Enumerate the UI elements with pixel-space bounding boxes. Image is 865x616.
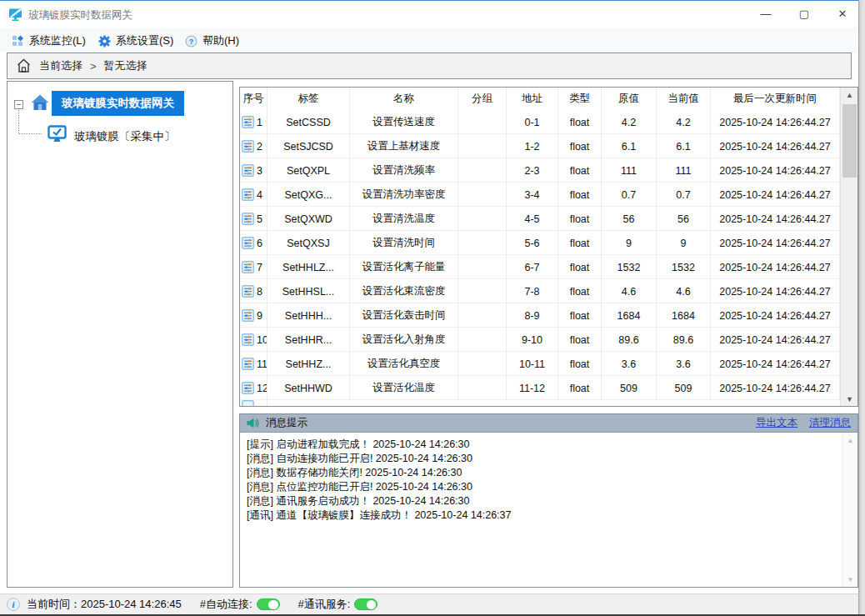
table-header-cell[interactable]: 原值 (602, 88, 657, 110)
scroll-up-icon[interactable]: ▲ (841, 88, 858, 102)
info-icon: i (7, 598, 20, 611)
cell-address: 6-7 (507, 255, 558, 279)
table-header-cell[interactable]: 分组 (458, 88, 507, 110)
cell-type: float (558, 255, 602, 279)
message-panel-title: 消息提示 (266, 416, 308, 430)
cell-tag: SetQXSJ (268, 231, 350, 255)
cell-seq: 5 (240, 207, 268, 231)
comm-service-toggle[interactable] (354, 598, 378, 610)
tree-expander-icon[interactable]: – (14, 100, 23, 109)
table-row[interactable]: 2 SetSJCSD 设置上基材速度 1-2 float 6.1 6.1 202… (240, 134, 840, 158)
cell-current-value: 4.2 (657, 110, 711, 134)
table-row[interactable]: 10 SetHHR... 设置活化入射角度 9-10 float 89.6 89… (240, 328, 840, 352)
cell-no: 5 (257, 213, 262, 225)
menu-item-system-monitor[interactable]: 系统监控(L) (7, 32, 91, 50)
cell-name: 设置上基材速度 (350, 134, 458, 158)
cell-original-value: 111 (602, 158, 657, 183)
sliders-icon (242, 188, 254, 201)
cell-name: 设置活化轰击时间 (350, 303, 458, 328)
sliders-icon (242, 382, 254, 394)
sliders-icon (242, 285, 254, 298)
cell-no: 9 (257, 310, 262, 322)
cell-no: 11 (257, 358, 268, 370)
cell-last-update: 2025-10-24 14:26:44.27 (711, 134, 840, 158)
cell-tag: SetHHWD (268, 376, 350, 400)
home-outline-icon (16, 58, 32, 73)
table-scrollbar[interactable]: ▲ ▼ (840, 88, 858, 406)
table-header-cell[interactable]: 当前值 (657, 88, 711, 110)
scroll-down-icon[interactable]: ▼ (841, 392, 858, 406)
cell-last-update: 2025-10-24 14:26:44.27 (711, 352, 840, 376)
cell-group (458, 352, 507, 376)
table-row[interactable]: 7 SetHHLZ... 设置活化离子能量 6-7 float 1532 153… (240, 255, 840, 279)
cell-current-value: 1532 (657, 255, 711, 279)
table-row[interactable]: 4 SetQXG... 设置清洗功率密度 3-4 float 0.7 0.7 2… (240, 183, 840, 207)
sliders-icon (242, 358, 254, 370)
tree-connector (18, 110, 42, 134)
clear-messages-link[interactable]: 清理消息 (809, 416, 851, 430)
table-row[interactable]: 5 SetQXWD 设置清洗温度 4-5 float 56 56 2025-10… (240, 207, 840, 231)
table-row[interactable]: 9 SetHHH... 设置活化轰击时间 8-9 float 1684 1684… (240, 303, 840, 328)
cell-type: float (558, 376, 602, 400)
export-text-link[interactable]: 导出文本 (756, 416, 798, 430)
message-line: [消息] 通讯服务启动成功！ 2025-10-24 14:26:30 (247, 494, 835, 508)
cell-original-value: 9 (602, 231, 657, 255)
cell-original-value: 509 (602, 376, 657, 400)
cell-name: 设置活化离子能量 (350, 255, 458, 279)
cell-no: 6 (257, 238, 262, 249)
home-icon (31, 93, 49, 112)
table-row[interactable]: 11 SetHHZ... 设置活化真空度 10-11 float 3.6 3.6… (240, 352, 840, 376)
cell-no: 7 (257, 262, 262, 273)
message-scrollbar[interactable]: ▲ ▼ (842, 433, 858, 587)
table-header-cell[interactable]: 地址 (507, 88, 558, 110)
table-row[interactable]: 8 SetHHSL... 设置活化束流密度 7-8 float 4.6 4.6 … (240, 279, 840, 303)
sliders-icon (242, 309, 254, 322)
table-body: 1 SetCSSD 设置传送速度 0-1 float 4.2 4.2 2025-… (240, 110, 840, 406)
table-header-cell[interactable]: 类型 (558, 88, 602, 110)
cell-type: float (558, 183, 602, 207)
breadcrumb: 当前选择 > 暂无选择 (7, 53, 852, 79)
sliders-icon (242, 164, 254, 177)
cell-tag: SetHHSL... (268, 279, 350, 303)
cell-last-update: 2025-10-24 14:26:44.27 (711, 110, 840, 134)
cell-original-value: 6.1 (602, 134, 657, 158)
message-panel-header: 消息提示 导出文本 清理消息 (240, 414, 858, 433)
window-title: 玻璃镀膜实时数据网关 (28, 8, 132, 23)
cell-type: float (558, 231, 602, 255)
cell-last-update: 2025-10-24 14:26:44.27 (711, 328, 840, 352)
minimize-button[interactable]: — (751, 3, 781, 24)
menu-item-help[interactable]: ? 帮助(H) (180, 32, 244, 50)
table-row[interactable]: 6 SetQXSJ 设置清洗时间 5-6 float 9 9 2025-10-2… (240, 231, 840, 255)
menu-item-system-settings[interactable]: 系统设置(S) (93, 32, 178, 50)
table-header-cell[interactable]: 序号 (240, 88, 268, 110)
table-header-cell[interactable]: 标签 (268, 88, 350, 110)
menu-label: 系统监控(L) (29, 33, 86, 48)
sliders-icon (242, 213, 254, 225)
scrollbar-thumb[interactable] (842, 104, 857, 178)
cell-last-update: 2025-10-24 14:26:44.27 (711, 376, 840, 400)
device-tree-panel: – 玻璃镀膜实时数据网关 玻璃镀膜〔采集中〕 (7, 81, 233, 588)
tree-node-channel[interactable]: 玻璃镀膜〔采集中〕 (74, 129, 176, 144)
cell-no: 8 (257, 286, 262, 298)
cell-seq: 12 (240, 376, 268, 400)
auto-connect-toggle[interactable] (257, 598, 280, 610)
table-row-partial (240, 400, 840, 406)
table-header-cell[interactable]: 名称 (350, 88, 458, 110)
table-row[interactable]: 1 SetCSSD 设置传送速度 0-1 float 4.2 4.2 2025-… (240, 110, 840, 134)
cell-tag: SetHHZ... (268, 352, 350, 376)
cell-name: 设置活化温度 (350, 376, 458, 400)
table-row[interactable]: 12 SetHHWD 设置活化温度 11-12 float 509 509 20… (240, 376, 840, 400)
scroll-up-icon[interactable]: ▲ (842, 434, 858, 446)
cell-seq: 3 (240, 158, 268, 183)
cell-no: 2 (257, 141, 262, 153)
close-button[interactable]: ✕ (828, 3, 858, 24)
cell-original-value: 3.6 (602, 352, 657, 376)
cell-type: float (558, 158, 602, 183)
maximize-button[interactable]: ▢ (789, 3, 819, 24)
scroll-down-icon[interactable]: ▼ (842, 573, 858, 585)
table-header-cell[interactable]: 最后一次更新时间 (711, 88, 840, 110)
tree-node-gateway[interactable]: 玻璃镀膜实时数据网关 (52, 91, 184, 116)
cell-no: 12 (257, 383, 268, 394)
cell-original-value: 89.6 (602, 328, 657, 352)
table-row[interactable]: 3 SetQXPL 设置清洗频率 2-3 float 111 111 2025-… (240, 158, 840, 183)
